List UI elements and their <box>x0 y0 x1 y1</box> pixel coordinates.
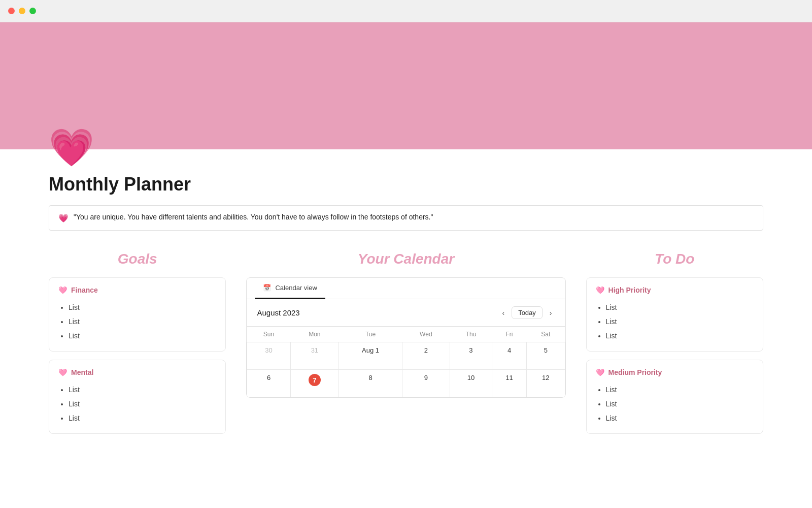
calendar-heading: Your Calendar <box>246 251 565 267</box>
list-item: List <box>69 300 216 314</box>
day-header-wed: Wed <box>402 327 450 342</box>
cal-day[interactable]: 10 <box>450 370 492 397</box>
mental-card-title: 🩷 Mental <box>58 368 216 376</box>
cal-day[interactable]: 5 <box>527 342 565 370</box>
day-header-tue: Tue <box>339 327 402 342</box>
next-month-button[interactable]: › <box>547 307 555 319</box>
cal-day[interactable]: 31 <box>290 342 339 370</box>
list-item: List <box>69 411 216 425</box>
mental-card: 🩷 Mental List List List <box>49 360 226 434</box>
calendar-tab-icon: 📅 <box>263 284 271 292</box>
cal-day[interactable]: 2 <box>402 342 450 370</box>
quote-heart-icon: 💗 <box>58 213 69 223</box>
calendar-week-1: 30 31 Aug 1 2 3 4 5 <box>247 342 565 370</box>
list-item: List <box>606 383 754 397</box>
finance-heart-icon: 🩷 <box>58 286 67 294</box>
calendar-tabs: 📅 Calendar view <box>247 278 565 299</box>
mental-list: List List List <box>58 383 216 425</box>
cal-day[interactable]: 30 <box>247 342 290 370</box>
list-item: List <box>606 329 754 343</box>
cal-day-today[interactable]: 7 <box>290 370 339 397</box>
titlebar <box>0 0 812 22</box>
finance-list: List List List <box>58 300 216 343</box>
cal-day[interactable]: 3 <box>450 342 492 370</box>
minimize-button[interactable] <box>19 8 25 14</box>
list-item: List <box>606 300 754 314</box>
day-header-sun: Sun <box>247 327 290 342</box>
today-badge: 7 <box>309 374 321 386</box>
cal-day[interactable]: 12 <box>527 370 565 397</box>
goals-column: Goals 🩷 Finance List List List 🩷 Mental <box>49 251 226 442</box>
quote-callout: 💗 "You are unique. You have different ta… <box>49 205 763 231</box>
list-item: List <box>69 383 216 397</box>
calendar-days-row: Sun Mon Tue Wed Thu Fri Sat <box>247 327 565 342</box>
cal-day[interactable]: 8 <box>339 370 402 397</box>
cal-day[interactable]: 9 <box>402 370 450 397</box>
mental-title-text: Mental <box>71 368 93 376</box>
finance-card-title: 🩷 Finance <box>58 286 216 294</box>
list-item: List <box>69 314 216 329</box>
list-item: List <box>606 411 754 425</box>
medium-priority-list: List List List <box>596 383 754 425</box>
high-priority-title-text: High Priority <box>608 286 651 294</box>
medium-priority-card: 🩷 Medium Priority List List List <box>586 360 763 434</box>
medium-priority-title: 🩷 Medium Priority <box>596 368 754 376</box>
calendar-column: Your Calendar 📅 Calendar view August 202… <box>246 251 565 398</box>
quote-text: "You are unique. You have different tale… <box>74 213 433 221</box>
cal-day[interactable]: 11 <box>492 370 527 397</box>
calendar-nav: ‹ Today › <box>499 306 555 319</box>
medium-priority-heart-icon: 🩷 <box>596 368 604 376</box>
high-priority-card: 🩷 High Priority List List List <box>586 277 763 352</box>
high-priority-list: List List List <box>596 300 754 343</box>
maximize-button[interactable] <box>29 8 36 14</box>
finance-title-text: Finance <box>71 286 98 294</box>
calendar-view-tab[interactable]: 📅 Calendar view <box>255 278 325 299</box>
medium-priority-title-text: Medium Priority <box>608 368 662 376</box>
page-icon: 💗 <box>49 129 763 166</box>
high-priority-title: 🩷 High Priority <box>596 286 754 294</box>
todo-column: To Do 🩷 High Priority List List List 🩷 M… <box>586 251 763 442</box>
cal-day[interactable]: 4 <box>492 342 527 370</box>
day-header-mon: Mon <box>290 327 339 342</box>
list-item: List <box>606 397 754 411</box>
calendar-container: 📅 Calendar view August 2023 ‹ Today › <box>246 277 565 398</box>
high-priority-heart-icon: 🩷 <box>596 286 604 294</box>
prev-month-button[interactable]: ‹ <box>499 307 507 319</box>
goals-heading: Goals <box>49 251 226 267</box>
calendar-tab-label: Calendar view <box>275 284 317 292</box>
calendar-grid: Sun Mon Tue Wed Thu Fri Sat 30 31 <box>247 326 565 397</box>
columns-grid: Goals 🩷 Finance List List List 🩷 Mental <box>49 251 763 442</box>
day-header-sat: Sat <box>527 327 565 342</box>
mental-heart-icon: 🩷 <box>58 368 67 376</box>
cal-day[interactable]: Aug 1 <box>339 342 402 370</box>
list-item: List <box>606 314 754 329</box>
close-button[interactable] <box>8 8 15 14</box>
finance-card: 🩷 Finance List List List <box>49 277 226 352</box>
todo-heading: To Do <box>586 251 763 267</box>
list-item: List <box>69 329 216 343</box>
today-button[interactable]: Today <box>512 306 543 319</box>
calendar-header: August 2023 ‹ Today › <box>247 299 565 326</box>
calendar-month: August 2023 <box>257 308 299 317</box>
calendar-week-2: 6 7 8 9 10 11 12 <box>247 370 565 397</box>
cal-day[interactable]: 6 <box>247 370 290 397</box>
day-header-fri: Fri <box>492 327 527 342</box>
page-content: 💗 Monthly Planner 💗 "You are unique. You… <box>0 129 812 462</box>
page-title: Monthly Planner <box>49 174 763 195</box>
day-header-thu: Thu <box>450 327 492 342</box>
list-item: List <box>69 397 216 411</box>
